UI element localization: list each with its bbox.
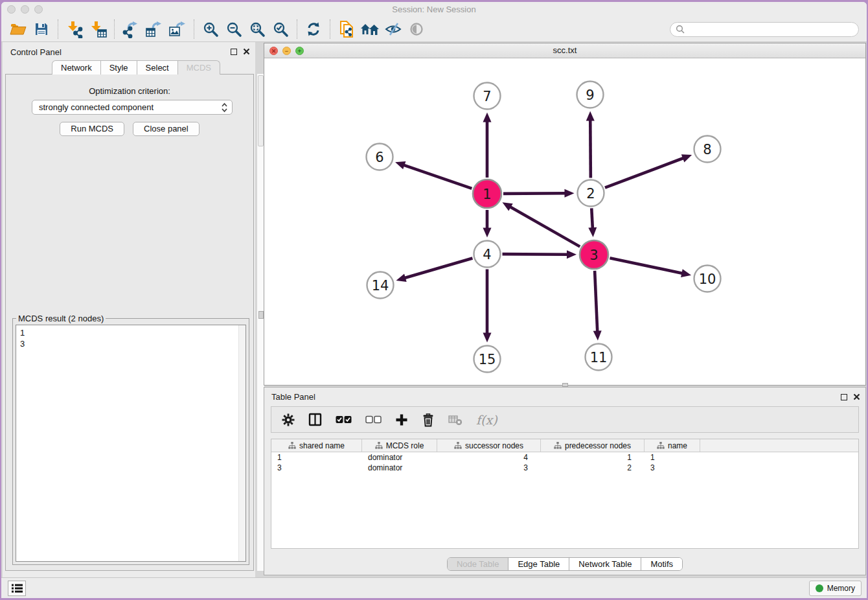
table-panel-title: Table Panel [271,392,315,402]
zoom-out-icon [226,21,242,38]
column-header-MCDS-role[interactable]: MCDS role [362,439,437,452]
table-row[interactable]: 3dominator323 [271,463,858,473]
memory-button[interactable]: Memory [809,581,862,596]
open-file-icon [10,22,27,36]
dropdown-stepper-icon [221,102,228,113]
optimization-criterion-select[interactable]: strongly connected component [32,100,233,115]
home-button[interactable] [358,19,382,40]
minimize-network-icon[interactable]: − [282,47,291,55]
tab-motifs[interactable]: Motifs [641,558,682,570]
table-panel-header: Table Panel [264,387,865,404]
task-list-button[interactable] [8,581,26,596]
export-network-button[interactable] [119,19,143,40]
refresh-button[interactable] [302,19,325,40]
column-header-shared-name[interactable]: shared name [271,439,362,452]
gear-button[interactable] [282,413,295,426]
eye-disabled-button[interactable] [405,19,428,40]
column-header-name[interactable]: name [645,439,700,452]
save-session-button[interactable] [30,19,53,40]
maximize-window-icon[interactable] [34,5,43,14]
zoom-selected-button[interactable] [269,19,292,40]
hide-eye-button[interactable] [382,19,405,40]
column-split-button[interactable] [308,413,322,426]
search-icon [676,25,685,34]
tab-mcds[interactable]: MCDS [177,60,220,75]
home-icon [360,22,380,36]
edge-arrowhead [483,333,492,343]
import-table-button[interactable] [86,19,109,40]
graph-edge-3-1[interactable] [509,206,580,246]
tab-edge-table[interactable]: Edge Table [508,558,569,570]
import-network-button[interactable] [63,19,86,40]
column-type-icon [454,442,462,449]
result-scrollbar[interactable] [238,325,246,561]
edge-arrowhead [593,330,602,340]
tab-network-table[interactable]: Network Table [569,558,641,570]
close-panel-icon[interactable] [243,48,250,55]
refresh-icon [306,21,321,37]
graph-edge-3-11[interactable] [595,271,597,333]
minimize-window-icon[interactable] [21,5,29,14]
float-panel-icon[interactable] [231,49,237,55]
zoom-fit-icon [249,21,266,38]
export-table-button[interactable] [143,19,166,40]
function-button[interactable]: f(x) [476,413,497,427]
close-panel-button[interactable]: Close panel [133,122,200,136]
graph-node-label: 4 [483,247,491,262]
float-panel-icon[interactable] [841,394,847,400]
table-row[interactable]: 1dominator411 [271,452,858,463]
graph-edge-2-8[interactable] [605,157,685,187]
graph-node-label: 1 [483,187,491,202]
export-image-button[interactable] [166,19,189,40]
select-all-button[interactable] [336,415,352,424]
close-network-icon[interactable]: ✕ [269,47,278,55]
search-input[interactable] [685,25,853,34]
close-panel-icon[interactable] [853,393,860,400]
splitter-handle[interactable] [258,311,264,319]
close-window-icon[interactable] [7,5,16,14]
export-table-icon [145,21,163,38]
hide-eye-icon [385,22,402,36]
workspace: Control Panel NetworkStyleSelectMCDS Opt… [1,42,867,577]
maximize-network-icon[interactable]: + [295,47,304,55]
graph-edge-2-3[interactable] [591,208,593,229]
column-split-icon [308,413,322,426]
edge-arrowhead [564,189,574,198]
mcds-result-area[interactable]: 13 [16,325,246,562]
table-cell: 1 [645,453,700,462]
graph-edge-4-14[interactable] [404,259,472,279]
network-graph-canvas[interactable]: 7968124314101511 [264,58,867,384]
graph-edge-3-10[interactable] [610,258,683,273]
control-panel-tabs: NetworkStyleSelectMCDS [52,60,255,75]
scrollbar-thumb[interactable] [258,75,264,146]
edge-arrowhead [586,111,595,121]
add-column-button[interactable] [395,413,408,426]
duplicate-network-button[interactable] [335,19,358,40]
graph-edge-1-2[interactable] [503,193,567,194]
trash-button[interactable] [422,413,435,427]
network-window-titlebar: ✕ − + scc.txt [264,43,865,58]
deselect-all-button[interactable] [365,415,382,424]
graph-edge-1-6[interactable] [402,165,472,189]
graph-edge-4-3[interactable] [502,254,569,255]
toolbar-separator [194,19,194,39]
column-header-label: MCDS role [386,441,424,450]
tab-select[interactable]: Select [137,60,178,75]
tab-network[interactable]: Network [52,60,101,75]
zoom-in-button[interactable] [199,19,222,40]
graph-edge-2-9[interactable] [590,119,591,178]
open-file-button[interactable] [6,19,30,40]
tab-node-table[interactable]: Node Table [448,558,508,570]
edge-arrowhead [483,113,492,122]
export-image-icon [168,21,187,38]
graph-node-label: 15 [479,352,496,367]
run-mcds-button[interactable]: Run MCDS [60,122,124,136]
delete-table-button[interactable] [448,414,463,426]
column-header-label: predecessor nodes [565,441,631,450]
column-header-predecessor-nodes[interactable]: predecessor nodes [541,439,645,452]
zoom-fit-button[interactable] [246,19,269,40]
tab-style[interactable]: Style [100,60,137,75]
column-header-successor-nodes[interactable]: successor nodes [437,439,541,452]
status-bar: Memory [1,577,867,598]
zoom-out-button[interactable] [222,19,246,40]
